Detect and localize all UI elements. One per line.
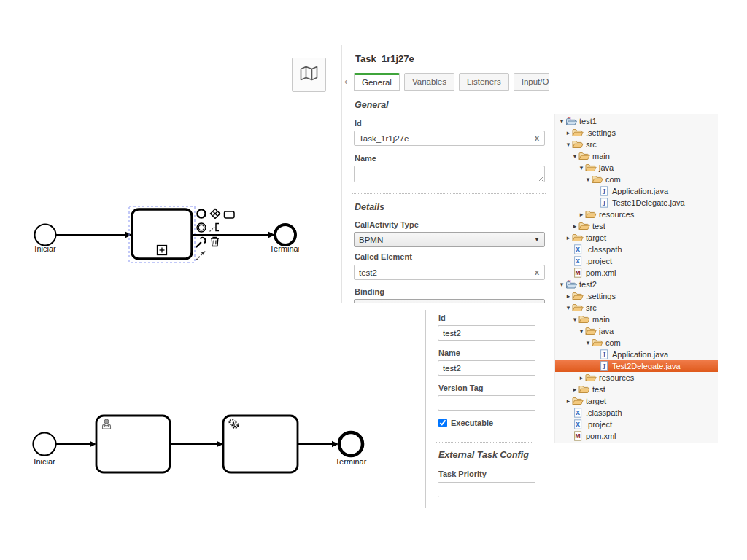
collapse-arrow-icon[interactable]: ▾ <box>565 139 572 150</box>
collapse-arrow-icon[interactable]: ▾ <box>584 337 592 349</box>
task-priority-input[interactable] <box>438 482 535 497</box>
callactivity-type-select[interactable]: BPMN ▼ <box>354 232 545 247</box>
tree-item-src[interactable]: ▾src <box>555 139 718 150</box>
expand-arrow-icon[interactable]: ▸ <box>565 127 572 139</box>
tree-item-java[interactable]: ▾java <box>555 325 718 337</box>
expand-arrow-icon[interactable]: ▸ <box>565 232 572 244</box>
tree-item-pom-xml[interactable]: Mpom.xml <box>555 267 718 279</box>
process-name-input[interactable] <box>438 360 535 376</box>
expand-arrow-icon[interactable]: ▸ <box>565 290 572 302</box>
tree-item-label: com <box>605 175 621 184</box>
collapse-arrow-icon[interactable]: ▾ <box>565 302 572 314</box>
collapse-arrow-icon[interactable]: ▾ <box>578 162 585 174</box>
append-text-annotation-icon[interactable] <box>209 222 221 234</box>
subprocess-plus-icon[interactable] <box>158 246 167 255</box>
project-icon: M <box>565 116 577 126</box>
sequence-flow-1[interactable] <box>56 232 132 238</box>
tree-item-target[interactable]: ▸target <box>555 395 718 407</box>
binding-select[interactable] <box>354 299 545 303</box>
collapse-arrow-icon[interactable]: ▾ <box>558 115 565 127</box>
append-end-event-icon[interactable] <box>196 208 208 220</box>
tree-item-label: Application.java <box>612 350 668 359</box>
end-event-2[interactable]: Terminar <box>336 432 367 466</box>
tab-listeners[interactable]: Listeners <box>459 73 509 91</box>
folder-icon <box>578 384 590 394</box>
tree-item--settings[interactable]: ▸.settings <box>555 127 718 139</box>
clear-called-element-icon[interactable]: x <box>535 268 539 276</box>
tab-variables[interactable]: Variables <box>404 73 454 91</box>
collapse-arrow-icon[interactable]: ▾ <box>571 150 578 162</box>
append-intermediate-event-icon[interactable] <box>196 222 208 234</box>
tree-item-teste1delegate-java[interactable]: JTeste1Delegate.java <box>555 197 718 209</box>
id-input[interactable] <box>354 131 545 146</box>
tree-item-com[interactable]: ▾com <box>555 337 718 349</box>
tree-item-main[interactable]: ▾main <box>555 314 718 325</box>
user-task[interactable] <box>96 416 170 472</box>
tree-item-src[interactable]: ▾src <box>555 302 718 314</box>
name-input[interactable] <box>354 166 545 182</box>
sequence-flow-3[interactable] <box>56 441 96 447</box>
change-type-wrench-icon[interactable] <box>195 236 207 249</box>
expand-arrow-icon[interactable]: ▸ <box>571 384 578 395</box>
tree-item-main[interactable]: ▾main <box>555 150 718 162</box>
call-activity-task[interactable] <box>132 209 192 259</box>
append-task-icon[interactable] <box>223 209 236 221</box>
sequence-flow-4[interactable] <box>170 441 223 447</box>
java-file-icon: J <box>598 186 610 196</box>
collapse-arrow-icon[interactable]: ▾ <box>584 174 592 185</box>
expand-arrow-icon[interactable]: ▸ <box>571 220 578 232</box>
properties-panel-collapse-tab-2[interactable]: Properties Panel <box>425 387 426 473</box>
tree-item--project[interactable]: X.project <box>555 255 718 267</box>
service-task[interactable] <box>223 416 298 472</box>
clear-id-icon[interactable]: x <box>535 133 539 142</box>
properties-panel-call-activity: Properties Panel Task_1r1j27e ‹ GeneralV… <box>341 45 549 303</box>
tree-item-label: Teste1Delegate.java <box>612 198 685 207</box>
collapse-arrow-icon[interactable]: ▾ <box>578 325 585 337</box>
connect-arrow-icon[interactable] <box>195 249 207 262</box>
called-element-input[interactable] <box>354 265 545 280</box>
expand-arrow-icon[interactable]: ▸ <box>578 209 585 220</box>
executable-checkbox[interactable] <box>438 419 447 427</box>
tree-item-application-java[interactable]: JApplication.java <box>555 185 718 197</box>
tree-item-com[interactable]: ▾com <box>555 174 718 185</box>
tree-item-test[interactable]: ▸test <box>555 384 718 395</box>
start-event-1[interactable]: Iniciar <box>34 225 56 254</box>
bpmn-canvas-1[interactable]: Iniciar Terminar <box>22 198 299 268</box>
tree-item-resources[interactable]: ▸resources <box>555 372 718 384</box>
tree-item-test1[interactable]: ▾Mtest1 <box>555 115 718 127</box>
pom-file-icon: M <box>572 268 584 278</box>
version-tag-input[interactable] <box>438 395 535 411</box>
collapse-arrow-icon[interactable]: ▾ <box>558 279 565 290</box>
tree-item-pom-xml[interactable]: Mpom.xml <box>555 430 718 442</box>
tree-item--classpath[interactable]: X.classpath <box>555 407 718 419</box>
pom-file-icon: M <box>572 431 584 441</box>
tree-item--classpath[interactable]: X.classpath <box>555 244 718 255</box>
properties-panel-collapse-tab[interactable]: Properties Panel <box>341 195 342 273</box>
tree-item-resources[interactable]: ▸resources <box>555 209 718 220</box>
tree-item-java[interactable]: ▾java <box>555 162 718 174</box>
tree-item-application-java[interactable]: JApplication.java <box>555 349 718 360</box>
start-event-2[interactable]: Iniciar <box>34 433 56 467</box>
svg-text:X: X <box>576 257 580 265</box>
tab-input-outp[interactable]: Input/Outp <box>514 73 549 91</box>
tree-item-test[interactable]: ▸test <box>555 220 718 232</box>
panel-title: Task_1r1j27e <box>355 53 414 64</box>
tabs-scroll-left-icon[interactable]: ‹ <box>344 76 347 87</box>
expand-arrow-icon[interactable]: ▸ <box>565 395 572 407</box>
process-id-input[interactable] <box>438 325 535 341</box>
tree-item-test2[interactable]: ▾Mtest2 <box>555 279 718 290</box>
delete-trash-icon[interactable] <box>209 236 221 248</box>
collapse-arrow-icon[interactable]: ▾ <box>571 314 578 325</box>
expand-arrow-icon[interactable]: ▸ <box>578 372 585 384</box>
tree-item-label: test1 <box>579 117 597 125</box>
bpmn-canvas-2[interactable]: Iniciar Terminar <box>26 408 372 474</box>
tree-item-target[interactable]: ▸target <box>555 232 718 244</box>
tree-item--settings[interactable]: ▸.settings <box>555 290 718 302</box>
tree-item-test2delegate-java[interactable]: JTest2Delegate.java <box>555 360 718 372</box>
append-gateway-icon[interactable] <box>209 208 222 220</box>
tree-item--project[interactable]: X.project <box>555 419 718 430</box>
sequence-flow-5[interactable] <box>298 441 338 447</box>
tab-general[interactable]: General <box>354 73 400 91</box>
minimap-toggle-button[interactable] <box>292 58 326 92</box>
end-event-1[interactable]: Terminar <box>270 225 299 253</box>
